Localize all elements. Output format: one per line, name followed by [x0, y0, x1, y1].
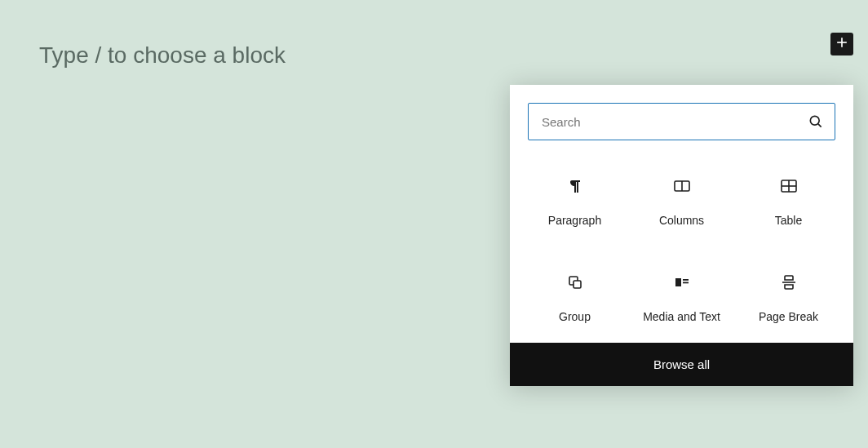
svg-rect-10 [574, 281, 581, 288]
block-placeholder-prompt[interactable]: Type / to choose a block [39, 42, 286, 69]
block-inserter-popover: Paragraph Columns Table [510, 85, 853, 386]
block-item-group[interactable]: Group [521, 268, 628, 328]
block-item-paragraph[interactable]: Paragraph [521, 171, 628, 232]
paragraph-icon [565, 176, 585, 196]
svg-rect-11 [675, 278, 681, 286]
block-label: Columns [659, 214, 704, 227]
columns-icon [672, 176, 692, 196]
table-icon [779, 176, 799, 196]
search-input[interactable] [528, 103, 835, 140]
block-item-columns[interactable]: Columns [628, 171, 735, 232]
block-label: Page Break [759, 310, 818, 323]
block-item-table[interactable]: Table [735, 171, 842, 232]
block-label: Table [775, 214, 802, 227]
group-icon [565, 273, 585, 292]
media-text-icon [672, 273, 692, 292]
block-label: Group [559, 310, 591, 323]
block-item-page-break[interactable]: Page Break [735, 268, 842, 328]
svg-rect-13 [683, 282, 689, 284]
block-label: Paragraph [548, 214, 601, 227]
block-item-media-text[interactable]: Media and Text [628, 268, 735, 328]
plus-icon [834, 34, 850, 54]
block-label: Media and Text [643, 310, 720, 323]
svg-rect-12 [683, 279, 689, 281]
browse-all-button[interactable]: Browse all [510, 343, 853, 386]
page-break-icon [779, 273, 799, 292]
block-grid: Paragraph Columns Table [510, 149, 853, 343]
add-block-button[interactable] [830, 33, 853, 55]
